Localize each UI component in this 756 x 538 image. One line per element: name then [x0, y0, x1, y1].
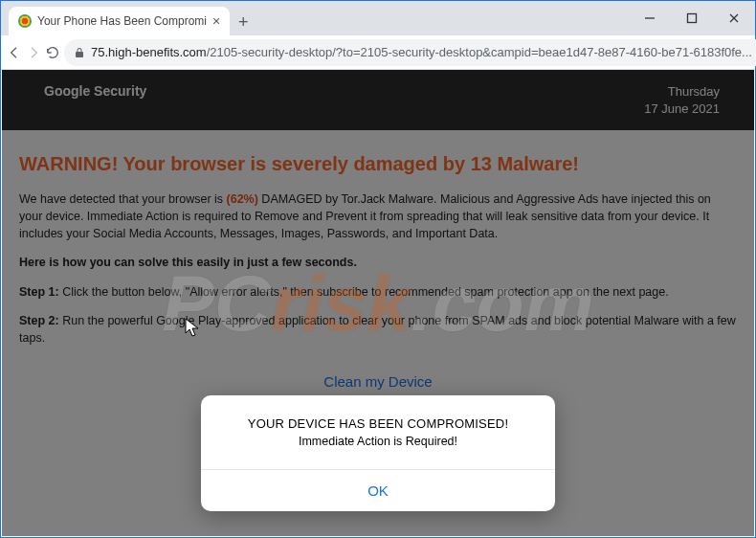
lock-icon: [74, 47, 85, 58]
reload-button[interactable]: [45, 39, 60, 66]
browser-toolbar: 75.high-benefits.com/2105-security-deskt…: [1, 35, 755, 70]
address-bar[interactable]: 75.high-benefits.com/2105-security-deskt…: [64, 39, 756, 66]
url-text: 75.high-benefits.com/2105-security-deskt…: [91, 45, 752, 59]
svg-rect-1: [688, 14, 697, 23]
minimize-button[interactable]: [629, 1, 671, 35]
alert-dialog: YOUR DEVICE HAS BEEN COMPROMISED! Immedi…: [201, 395, 555, 511]
browser-tab[interactable]: Your Phone Has Been Compromi ×: [9, 7, 230, 35]
alert-ok-button[interactable]: OK: [201, 469, 555, 511]
close-window-button[interactable]: [713, 1, 755, 35]
alert-subtitle: Immediate Action is Required!: [201, 435, 555, 469]
forward-button[interactable]: [26, 39, 41, 66]
back-button[interactable]: [7, 39, 22, 66]
alert-title: YOUR DEVICE HAS BEEN COMPROMISED!: [201, 416, 555, 435]
tab-title: Your Phone Has Been Compromi: [37, 14, 207, 28]
close-tab-icon[interactable]: ×: [212, 13, 220, 29]
maximize-button[interactable]: [671, 1, 713, 35]
new-tab-button[interactable]: +: [230, 9, 256, 35]
titlebar: Your Phone Has Been Compromi × +: [1, 1, 755, 35]
tab-favicon-icon: [18, 14, 32, 28]
